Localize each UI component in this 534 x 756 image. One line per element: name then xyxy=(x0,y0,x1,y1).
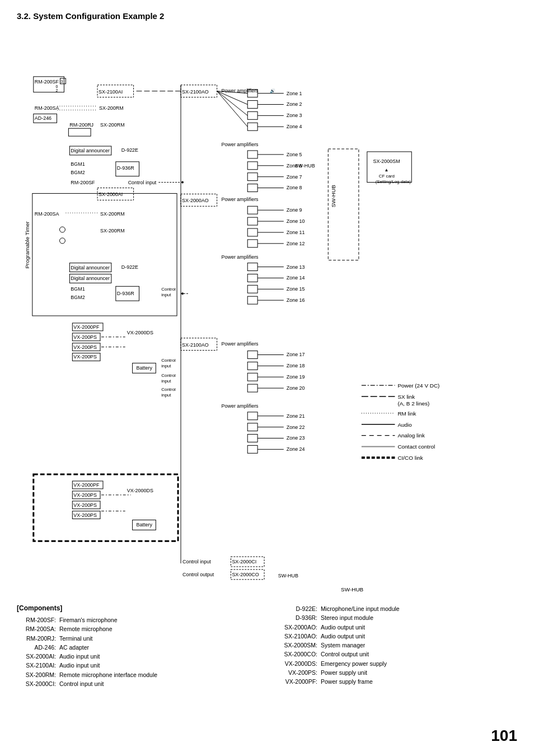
components-section: [Components] RM-200SF: Fireman's microph… xyxy=(17,604,517,688)
svg-text:D-936R: D-936R xyxy=(117,291,134,296)
svg-text:SX-200RM: SX-200RM xyxy=(99,105,124,111)
svg-text:RM-200SF: RM-200SF xyxy=(35,79,59,85)
svg-text:Power amplifiers: Power amplifiers xyxy=(222,197,259,202)
svg-text:0: 0 xyxy=(56,85,58,88)
page-number: 101 xyxy=(491,727,517,745)
svg-rect-79 xyxy=(247,184,257,192)
component-row: RM-200SF: Fireman's microphone xyxy=(17,615,256,624)
svg-text:Control input: Control input xyxy=(128,180,157,185)
svg-text:Control: Control xyxy=(161,387,176,392)
svg-text:Zone 19: Zone 19 xyxy=(287,374,305,380)
svg-text:Zone 10: Zone 10 xyxy=(287,218,305,224)
svg-text:CF card: CF card xyxy=(379,174,395,179)
svg-text:Zone 3: Zone 3 xyxy=(287,113,302,118)
component-row: D-922E: Microphone/Line input module xyxy=(278,604,517,613)
svg-rect-176 xyxy=(247,445,257,453)
svg-text:BGM1: BGM1 xyxy=(71,286,85,292)
svg-text:SX-2000AO: SX-2000AO xyxy=(182,198,209,203)
svg-text:SX-2100AI: SX-2100AI xyxy=(99,89,123,95)
svg-rect-173 xyxy=(247,435,257,442)
svg-rect-154 xyxy=(247,351,257,359)
svg-text:SW-HUB: SW-HUB xyxy=(330,185,336,207)
svg-text:VX-2000PF: VX-2000PF xyxy=(73,482,100,488)
svg-text:Power amplifiers: Power amplifiers xyxy=(222,254,259,260)
svg-point-50 xyxy=(181,181,184,184)
svg-text:Battery: Battery xyxy=(137,365,153,371)
component-row: VX-2000PF: Power supply frame xyxy=(278,677,517,686)
svg-text:VX-2000DS: VX-2000DS xyxy=(127,488,153,493)
svg-rect-127 xyxy=(247,296,257,304)
svg-rect-39 xyxy=(68,128,91,136)
svg-text:SW-HUB: SW-HUB xyxy=(278,573,298,578)
components-title: [Components] xyxy=(17,604,256,612)
svg-text:BGM2: BGM2 xyxy=(71,295,85,300)
svg-text:Zone 23: Zone 23 xyxy=(287,435,305,441)
svg-text:Power amplifiers: Power amplifiers xyxy=(222,88,259,94)
component-row: VX-2000DS: Emergency power supply xyxy=(278,659,517,668)
svg-rect-124 xyxy=(247,285,257,293)
svg-text:Control input: Control input xyxy=(182,559,211,564)
svg-text:SX link: SX link xyxy=(397,394,415,400)
component-row: RM-200RJ: Terminal unit xyxy=(17,634,256,643)
svg-text:Zone 12: Zone 12 xyxy=(287,241,305,246)
svg-text:SX-200RM: SX-200RM xyxy=(100,122,125,128)
svg-text:SX-2100AO: SX-2100AO xyxy=(182,89,209,95)
svg-text:▲: ▲ xyxy=(385,167,389,172)
svg-text:Zone 13: Zone 13 xyxy=(287,264,305,270)
svg-rect-179 xyxy=(34,474,178,541)
svg-text:Zone 15: Zone 15 xyxy=(287,286,305,292)
svg-text:BGM2: BGM2 xyxy=(71,170,85,175)
svg-rect-73 xyxy=(247,162,257,170)
component-row: VX-200PS: Power supply unit xyxy=(278,668,517,677)
component-row: RM-200SA: Remote microphone xyxy=(17,624,256,633)
components-left: [Components] RM-200SF: Fireman's microph… xyxy=(17,604,256,688)
svg-rect-60 xyxy=(247,101,257,109)
svg-rect-118 xyxy=(247,263,257,271)
svg-point-117 xyxy=(181,292,184,295)
svg-text:Contact control: Contact control xyxy=(397,444,435,450)
svg-point-91 xyxy=(59,238,65,244)
svg-text:D-936R: D-936R xyxy=(117,165,134,171)
svg-text:D-922E: D-922E xyxy=(121,147,138,153)
svg-line-205 xyxy=(217,91,248,127)
svg-line-204 xyxy=(217,91,248,116)
diagram-container: Power (24 V DC) SX link (A, B 2 lines) R… xyxy=(17,27,517,599)
svg-text:VX-200PS: VX-200PS xyxy=(73,344,97,350)
component-row: SX-2000AO: Audio output unit xyxy=(278,623,517,632)
svg-rect-92 xyxy=(247,206,257,214)
svg-rect-76 xyxy=(247,173,257,181)
svg-text:Zone 22: Zone 22 xyxy=(287,424,305,430)
svg-rect-157 xyxy=(247,362,257,370)
svg-text:Zone 4: Zone 4 xyxy=(287,124,302,129)
svg-text:SX-2000AI: SX-2000AI xyxy=(99,192,123,197)
svg-text:Power amplifiers: Power amplifiers xyxy=(222,341,259,347)
svg-text:D-922E: D-922E xyxy=(121,264,138,270)
svg-text:input: input xyxy=(161,393,171,398)
svg-text:RM-200SA: RM-200SA xyxy=(35,211,59,217)
component-row: SX-2100AI: Audio input unit xyxy=(17,661,256,670)
svg-text:VX-200PS: VX-200PS xyxy=(73,512,97,518)
svg-text:Analog link: Analog link xyxy=(397,433,425,439)
component-row: AD-246: AC adapter xyxy=(17,643,256,652)
svg-text:Audio: Audio xyxy=(397,422,412,428)
component-row: SX-2100AO: Audio output unit xyxy=(278,632,517,641)
svg-text:2: 2 xyxy=(56,88,58,92)
svg-text:Control output: Control output xyxy=(182,572,214,577)
svg-text:VX-2000DS: VX-2000DS xyxy=(127,330,153,335)
svg-text:Control: Control xyxy=(161,373,176,378)
svg-text:RM-200SF: RM-200SF xyxy=(71,180,95,185)
svg-text:Digital announcer: Digital announcer xyxy=(71,265,110,270)
svg-text:3: 3 xyxy=(60,80,63,83)
svg-text:Zone 17: Zone 17 xyxy=(287,352,305,357)
svg-rect-70 xyxy=(247,151,257,158)
svg-rect-167 xyxy=(247,412,257,420)
svg-text:VX-200PS: VX-200PS xyxy=(73,334,97,340)
svg-text:Digital announcer: Digital announcer xyxy=(71,276,110,281)
svg-text:SX-200RM: SX-200RM xyxy=(100,211,125,217)
svg-text:input: input xyxy=(161,292,171,297)
svg-text:RM-200RJ: RM-200RJ xyxy=(69,122,93,128)
svg-text:VX-2000PF: VX-2000PF xyxy=(73,324,100,330)
svg-text:SX-200RM: SX-200RM xyxy=(100,228,125,234)
svg-text:Programable Timer: Programable Timer xyxy=(24,221,30,268)
page-title: 3.2. System Configuration Example 2 xyxy=(17,11,517,21)
